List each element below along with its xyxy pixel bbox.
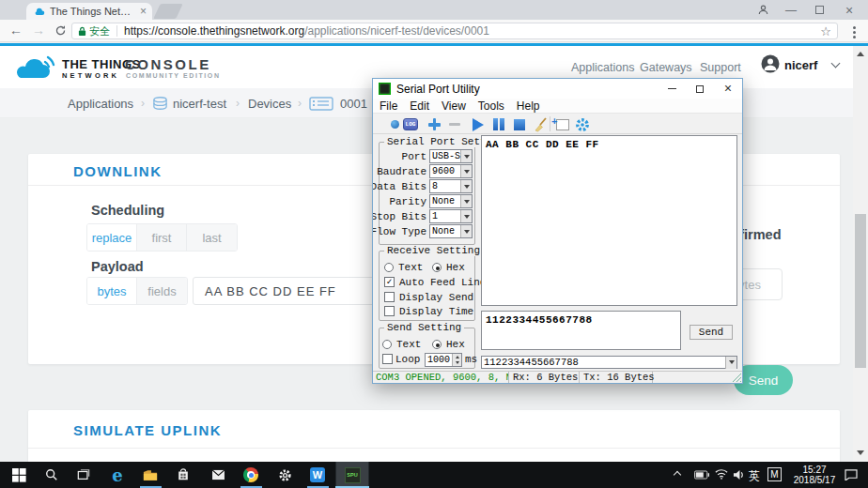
spu-close-icon[interactable]: ×: [714, 79, 742, 99]
receive-hex-radio[interactable]: [432, 263, 442, 272]
window-close-icon[interactable]: ×: [845, 4, 853, 17]
device-icon: [309, 97, 333, 111]
port-select[interactable]: USB-SERIA: [429, 149, 473, 163]
payload-fields[interactable]: fields: [137, 278, 187, 304]
browser-tab[interactable]: The Things Network C ×: [26, 3, 152, 20]
breadcrumb-app-id[interactable]: nicerf-test: [173, 97, 226, 111]
user-avatar[interactable]: [761, 54, 780, 73]
send-text-radio[interactable]: [382, 340, 392, 349]
serial-port-utility-window: Serial Port Utility × File Edit View Too…: [372, 78, 743, 384]
chrome-icon[interactable]: [237, 462, 265, 488]
back-icon[interactable]: ←: [9, 23, 23, 38]
battery-icon[interactable]: [694, 470, 709, 480]
bookmark-star-icon[interactable]: ☆: [820, 24, 831, 38]
ime-language-indicator[interactable]: 英: [749, 468, 760, 484]
tray-expand-icon[interactable]: [674, 469, 680, 478]
display-time-label: Display Time: [399, 306, 473, 317]
volume-icon[interactable]: [733, 469, 745, 480]
edge-icon[interactable]: e: [103, 462, 132, 488]
menu-tools[interactable]: Tools: [478, 99, 504, 113]
menu-file[interactable]: File: [380, 99, 397, 113]
window-restore-icon[interactable]: [815, 6, 824, 14]
display-time-checkbox[interactable]: [384, 306, 395, 316]
forward-icon[interactable]: →: [32, 23, 45, 38]
nav-gateways[interactable]: Gateways: [640, 61, 692, 74]
spu-toolbar: LOG: [373, 113, 742, 134]
resize-grip[interactable]: [732, 373, 742, 383]
settings-icon[interactable]: [271, 462, 299, 488]
connect-dot-icon[interactable]: [386, 116, 403, 132]
user-chevron-down-icon[interactable]: [831, 59, 841, 69]
spu-title-bar[interactable]: Serial Port Utility ×: [373, 79, 742, 99]
stop-icon[interactable]: [511, 116, 528, 132]
url-domain: https://console.thethingsnetwork.org: [124, 24, 304, 38]
breadcrumb-applications[interactable]: Applications: [68, 97, 133, 111]
browser-menu-icon[interactable]: [853, 26, 856, 38]
page-scrollbar[interactable]: [853, 46, 868, 462]
store-icon[interactable]: [169, 462, 197, 488]
omnibox-divider: [116, 25, 117, 37]
spu-minimize-icon[interactable]: [658, 79, 686, 99]
menu-help[interactable]: Help: [517, 99, 540, 113]
scheduling-last[interactable]: last: [187, 224, 237, 251]
stop-bits-select[interactable]: 1: [429, 209, 473, 223]
baudrate-select[interactable]: 9600: [429, 164, 473, 178]
wifi-icon[interactable]: [715, 468, 728, 480]
mail-icon[interactable]: [204, 462, 232, 488]
loop-interval-input[interactable]: 1000: [425, 353, 462, 367]
auto-feed-line-checkbox[interactable]: ✓: [384, 277, 395, 287]
receive-area[interactable]: AA BB CC DD EE FF: [481, 135, 737, 306]
scheduling-replace[interactable]: replace: [87, 224, 137, 251]
log-icon[interactable]: LOG: [402, 116, 419, 132]
nav-support[interactable]: Support: [700, 61, 741, 74]
receive-text-label: Text: [398, 262, 423, 273]
browser-profile-icon[interactable]: [757, 4, 769, 16]
pause-icon[interactable]: [490, 116, 507, 132]
send-hex-radio[interactable]: [432, 340, 442, 349]
loop-checkbox[interactable]: [382, 354, 393, 364]
scroll-down-icon[interactable]: [857, 450, 864, 455]
flow-type-select[interactable]: None: [429, 224, 473, 238]
start-icon[interactable]: [470, 116, 487, 132]
data-bits-select[interactable]: 8: [429, 179, 473, 193]
start-button[interactable]: [5, 462, 33, 488]
receive-text-radio[interactable]: [384, 263, 394, 272]
add-icon[interactable]: [426, 116, 442, 132]
ime-mode-indicator[interactable]: M: [767, 467, 782, 481]
tab-close-icon[interactable]: ×: [140, 6, 147, 17]
breadcrumb-devices[interactable]: Devices: [248, 97, 291, 111]
menu-edit[interactable]: Edit: [410, 99, 429, 113]
file-explorer-icon[interactable]: [136, 462, 164, 488]
window-minimize-icon[interactable]: —: [785, 5, 797, 16]
task-view-icon[interactable]: [70, 462, 98, 488]
scrollbar-thumb[interactable]: [855, 214, 866, 368]
scheduling-first[interactable]: first: [137, 224, 187, 251]
remove-icon[interactable]: [446, 116, 463, 132]
payload-label: Payload: [91, 259, 144, 274]
taskbar-search-icon[interactable]: [38, 462, 66, 488]
taskbar-clock[interactable]: 15:27 2018/5/17: [787, 465, 842, 485]
spu-maximize-icon[interactable]: [686, 79, 714, 99]
display-send-checkbox[interactable]: [384, 292, 395, 302]
menu-view[interactable]: View: [442, 99, 466, 113]
wps-icon[interactable]: W: [303, 462, 332, 488]
scroll-up-icon[interactable]: [857, 52, 864, 56]
send-history-combo[interactable]: 1122334455667788: [481, 356, 737, 369]
address-bar[interactable]: 安全 https://console.thethingsnetwork.org/…: [71, 23, 838, 39]
user-name[interactable]: nicerf: [784, 58, 817, 72]
payload-bytes[interactable]: bytes: [87, 278, 137, 304]
new-tab-button[interactable]: [153, 4, 182, 19]
spu-send-button[interactable]: Send: [690, 325, 733, 340]
nav-applications[interactable]: Applications: [571, 61, 634, 74]
auto-feed-line-label: Auto Feed Line: [399, 277, 486, 288]
send-area[interactable]: 1122334455667788: [481, 311, 681, 350]
action-center-icon[interactable]: [845, 469, 858, 480]
new-window-icon[interactable]: [554, 116, 571, 132]
settings-gear-icon[interactable]: [574, 116, 591, 132]
data-bits-label: Data Bits: [373, 181, 426, 192]
reload-icon[interactable]: [54, 24, 67, 37]
spu-taskbar-button[interactable]: SPU: [335, 462, 369, 488]
clear-broom-icon[interactable]: [532, 116, 549, 132]
breadcrumb-device-id[interactable]: 0001: [340, 97, 367, 111]
parity-select[interactable]: None: [429, 194, 473, 208]
